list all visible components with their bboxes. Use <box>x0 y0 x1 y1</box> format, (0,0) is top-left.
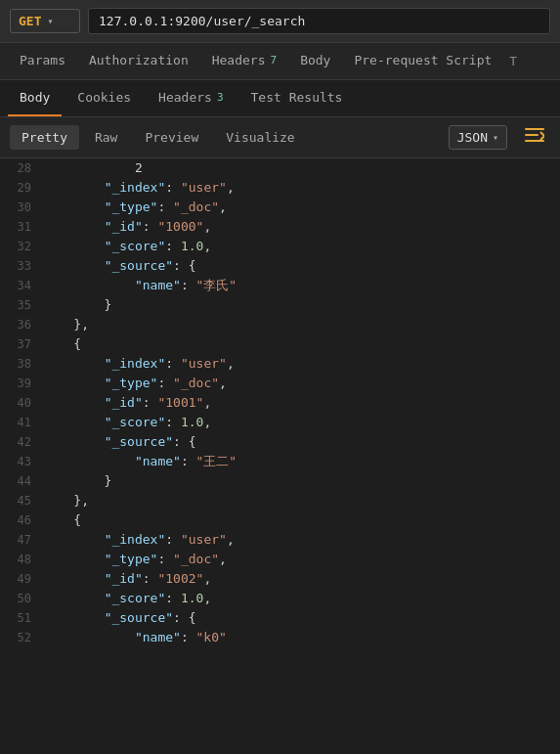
svg-rect-1 <box>525 134 538 136</box>
json-string: "1002" <box>157 571 203 586</box>
line-content: "_source": { <box>43 608 560 628</box>
line-number: 32 <box>0 237 43 256</box>
chevron-down-icon: ▾ <box>47 16 53 26</box>
json-key: "_id" <box>105 219 143 234</box>
line-content: "_id": "1001", <box>43 393 560 413</box>
json-punctuation <box>43 356 105 371</box>
json-punctuation: , <box>227 532 235 547</box>
json-string: "李氏" <box>196 278 237 292</box>
wrap-button[interactable] <box>519 125 550 150</box>
tab-authorization[interactable]: Authorization <box>77 43 200 79</box>
json-format-selector[interactable]: JSON ▾ <box>449 125 507 150</box>
line-content: 2 <box>43 158 560 178</box>
code-line: 33 "_source": { <box>0 256 560 276</box>
line-number: 43 <box>0 452 43 471</box>
url-bar: GET ▾ <box>0 0 560 43</box>
tab-params[interactable]: Params <box>8 43 77 79</box>
svg-rect-0 <box>525 128 544 130</box>
code-line: 31 "_id": "1000", <box>0 217 560 237</box>
line-content: } <box>43 471 560 491</box>
url-input[interactable] <box>88 8 550 34</box>
json-punctuation: , <box>219 376 227 390</box>
line-content: "_score": 1.0, <box>43 413 560 432</box>
response-tabs: Body Cookies Headers 3 Test Results <box>0 80 560 117</box>
json-key: "_source" <box>105 434 173 449</box>
format-pretty[interactable]: Pretty <box>10 125 79 150</box>
format-visualize[interactable]: Visualize <box>214 125 306 150</box>
tab-body[interactable]: Body <box>288 43 342 79</box>
line-content: "_source": { <box>43 256 560 276</box>
line-content: }, <box>43 315 560 334</box>
json-punctuation: : <box>165 591 181 605</box>
line-content: } <box>43 295 560 315</box>
json-punctuation <box>43 415 105 429</box>
line-number: 49 <box>0 569 43 589</box>
json-key: "_score" <box>105 591 166 605</box>
code-line: 35 } <box>0 295 560 315</box>
line-content: "_index": "user", <box>43 530 560 550</box>
json-punctuation <box>43 200 105 214</box>
line-content: "_type": "_doc", <box>43 374 560 393</box>
json-punctuation <box>43 630 135 644</box>
format-bar: Pretty Raw Preview Visualize JSON ▾ <box>0 117 560 158</box>
code-line: 28 2 <box>0 158 560 178</box>
json-string: "user" <box>181 532 227 547</box>
json-punctuation <box>43 278 135 292</box>
json-string: "1001" <box>157 395 203 410</box>
tab-pre-request[interactable]: Pre-request Script <box>342 43 503 79</box>
json-string: "user" <box>181 180 227 195</box>
json-punctuation: } <box>43 297 111 312</box>
json-punctuation: }, <box>43 317 89 332</box>
tab-headers[interactable]: Headers 7 <box>200 43 288 79</box>
line-content: "_index": "user", <box>43 354 560 374</box>
json-punctuation: , <box>219 552 227 566</box>
line-content: { <box>43 510 560 530</box>
line-number: 29 <box>0 178 43 198</box>
json-key: "_id" <box>105 571 143 586</box>
format-preview[interactable]: Preview <box>133 125 210 150</box>
line-number: 50 <box>0 589 43 608</box>
json-punctuation: : <box>181 278 196 292</box>
json-punctuation <box>43 376 105 390</box>
code-line: 50 "_score": 1.0, <box>0 589 560 608</box>
line-number: 42 <box>0 432 43 452</box>
json-punctuation: , <box>203 415 211 429</box>
json-key: "_index" <box>105 180 166 195</box>
code-line: 41 "_score": 1.0, <box>0 413 560 432</box>
json-number: 1.0 <box>181 239 203 253</box>
code-line: 49 "_id": "1002", <box>0 569 560 589</box>
json-punctuation: : <box>143 219 158 234</box>
code-line: 39 "_type": "_doc", <box>0 374 560 393</box>
line-number: 31 <box>0 217 43 237</box>
tab-body-response[interactable]: Body <box>8 80 62 116</box>
json-key: "_index" <box>105 356 166 371</box>
tab-more[interactable]: T <box>503 46 523 76</box>
line-content: "name": "王二" <box>43 452 560 471</box>
json-punctuation: , <box>203 591 211 605</box>
json-punctuation: } <box>43 473 111 488</box>
tab-test-results[interactable]: Test Results <box>239 80 355 116</box>
method-selector[interactable]: GET ▾ <box>10 9 80 33</box>
json-key: "_source" <box>105 258 173 273</box>
tab-cookies[interactable]: Cookies <box>65 80 143 116</box>
json-key: "_score" <box>105 239 166 253</box>
json-string: "1000" <box>157 219 203 234</box>
line-number: 34 <box>0 276 43 295</box>
json-punctuation: { <box>43 512 81 527</box>
line-number: 51 <box>0 608 43 628</box>
json-string: "王二" <box>196 454 237 468</box>
line-number: 39 <box>0 374 43 393</box>
code-line: 32 "_score": 1.0, <box>0 237 560 256</box>
line-number: 41 <box>0 413 43 432</box>
json-string: "_doc" <box>173 200 219 214</box>
request-tabs: Params Authorization Headers 7 Body Pre-… <box>0 43 560 80</box>
tab-response-headers[interactable]: Headers 3 <box>147 80 235 116</box>
format-raw[interactable]: Raw <box>83 125 129 150</box>
json-key: "_type" <box>105 200 158 214</box>
json-number: 1.0 <box>181 591 203 605</box>
line-content: "_source": { <box>43 432 560 452</box>
line-content: "_score": 1.0, <box>43 237 560 256</box>
json-punctuation <box>43 610 105 625</box>
json-number: 1.0 <box>181 415 203 429</box>
json-punctuation: : <box>165 415 181 429</box>
